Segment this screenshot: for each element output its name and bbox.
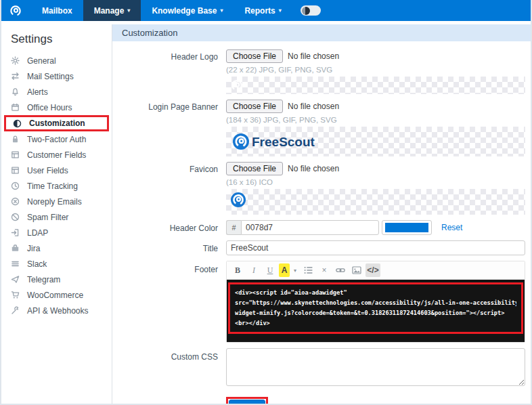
favicon-choose-file-button[interactable]: Choose File: [226, 162, 283, 175]
chevron-down-icon: ▾: [127, 7, 130, 14]
bold-button[interactable]: B: [230, 263, 245, 277]
title-input[interactable]: [226, 240, 525, 255]
footer-row: Footer BIUA▾×</> <div><script id="aioa-a…: [112, 261, 525, 343]
footer-code-line: widget-minify.js?colorcode=&token=&t=0.3…: [235, 308, 516, 318]
save-button[interactable]: Save: [229, 400, 265, 405]
color-caret-button[interactable]: ▾: [291, 263, 299, 277]
nav-item-label: Manage: [94, 6, 125, 16]
login-banner-choose-file-button[interactable]: Choose File: [226, 100, 283, 113]
sidebar-item-label: Mail Settings: [27, 72, 74, 81]
sidebar-item-general[interactable]: General: [1, 53, 112, 68]
freescout-banner-logo: FreeScout: [231, 131, 318, 152]
login-banner-preview: FreeScout: [226, 127, 525, 156]
sidebar-item-user-fields[interactable]: User Fields: [1, 163, 112, 178]
sidebar-item-woocommerce[interactable]: WooCommerce: [1, 287, 112, 303]
save-row: Save: [112, 396, 525, 405]
image-button[interactable]: [349, 263, 364, 277]
nav-item-reports[interactable]: Reports▾: [234, 0, 292, 21]
nav-item-mailbox[interactable]: Mailbox: [31, 0, 83, 21]
header-color-row: Header Color # Reset: [112, 220, 525, 235]
header-logo-white-mark-icon: [229, 78, 244, 93]
sidebar-item-time-tracking[interactable]: Time Tracking: [1, 178, 112, 194]
table-icon: [11, 166, 20, 175]
sidebar-item-two-factor-auth[interactable]: Two-Factor Auth: [1, 131, 112, 147]
nav-item-label: Knowledge Base: [152, 6, 217, 16]
paper-plane-icon: [11, 275, 20, 284]
code-view-button[interactable]: </>: [365, 263, 380, 277]
footer-code-line: <div><script id="aioa-adawidget": [235, 288, 516, 298]
banner-brand-text: FreeScout: [252, 135, 315, 149]
link-button[interactable]: [333, 263, 348, 277]
sidebar-item-spam-filter[interactable]: Spam Filter: [1, 209, 112, 225]
login-banner-file-status: No file chosen: [288, 102, 339, 111]
sidebar-item-telegram[interactable]: Telegram: [1, 272, 112, 287]
font-color-button[interactable]: A: [279, 263, 290, 277]
custom-css-row: Custom CSS: [112, 348, 525, 389]
header-logo-preview: [226, 77, 525, 94]
sidebar-item-customization[interactable]: Customization: [4, 115, 109, 131]
underline-button[interactable]: U: [263, 263, 278, 277]
sidebar-item-alerts[interactable]: Alerts: [1, 84, 112, 100]
color-swatch-box[interactable]: [382, 220, 432, 235]
footer-label: Footer: [112, 261, 226, 343]
freescout-logo-icon[interactable]: [0, 0, 31, 21]
chevron-down-icon: ▾: [279, 7, 282, 14]
reset-color-link[interactable]: Reset: [441, 223, 462, 232]
sidebar-item-label: General: [27, 56, 56, 66]
nav-item-manage[interactable]: Manage▾: [83, 0, 141, 21]
favicon-row: Favicon Choose File No file chosen (16 x…: [112, 162, 525, 215]
footer-code-highlight: <div><script id="aioa-adawidget"src="htt…: [228, 282, 523, 334]
clock-icon: [11, 182, 20, 190]
footer-code-line: src="https://www.skynettechnologies.com/…: [235, 298, 516, 308]
sidebar-item-slack[interactable]: Slack: [1, 256, 112, 272]
login-banner-label: Login Page Banner: [112, 100, 226, 156]
title-row: Title: [112, 240, 525, 255]
favicon-file-status: No file chosen: [288, 164, 339, 173]
sidebar-item-ldap[interactable]: LDAP: [1, 225, 112, 240]
header-logo-file-status: No file chosen: [288, 51, 339, 61]
favicon-preview: [226, 189, 525, 215]
chevron-down-icon: ▾: [220, 7, 223, 14]
favicon-mark-icon: [230, 192, 246, 208]
header-color-label: Header Color: [112, 220, 226, 235]
italic-button[interactable]: I: [246, 263, 261, 277]
hash-prefix: #: [226, 220, 241, 235]
slack-bars-icon: [11, 259, 20, 268]
sidebar-item-label: Noreply Emails: [27, 197, 82, 207]
sidebar-item-customer-fields[interactable]: Customer Fields: [1, 147, 112, 163]
nav-item-knowledge-base[interactable]: Knowledge Base▾: [141, 0, 234, 21]
header-logo-label: Header Logo: [112, 49, 226, 94]
custom-css-textarea[interactable]: [226, 348, 525, 386]
header-logo-choose-file-button[interactable]: Choose File: [226, 49, 283, 63]
sidebar-item-label: Two-Factor Auth: [27, 135, 86, 144]
main-content: Customization Header Logo Choose File No…: [112, 24, 531, 405]
sidebar-item-label: Alerts: [27, 87, 48, 97]
dark-mode-toggle[interactable]: [301, 5, 321, 16]
sidebar-item-noreply-emails[interactable]: Noreply Emails: [1, 194, 112, 209]
header-logo-row: Header Logo Choose File No file chosen (…: [112, 49, 525, 94]
color-swatch: [385, 223, 428, 232]
sidebar-title: Settings: [1, 30, 112, 53]
sidebar-item-label: WooCommerce: [27, 291, 83, 300]
sidebar-item-mail-settings[interactable]: Mail Settings: [1, 68, 112, 84]
sidebar-item-api-webhooks[interactable]: API & Webhooks: [1, 303, 112, 318]
header-color-input[interactable]: [241, 220, 379, 235]
briefcase-icon: [11, 244, 20, 253]
clear-format-button[interactable]: ×: [317, 263, 332, 277]
page-title: Customization: [112, 24, 531, 41]
circle-x-icon: [11, 197, 20, 206]
footer-editor-toolbar: BIUA▾×</>: [227, 261, 525, 280]
footer-code-area[interactable]: <div><script id="aioa-adawidget"src="htt…: [227, 280, 525, 342]
footer-code-line: <br></div>: [235, 318, 516, 328]
sidebar-item-jira[interactable]: Jira: [1, 240, 112, 256]
wrench-icon: [11, 306, 20, 315]
favicon-label: Favicon: [112, 162, 226, 215]
login-banner-row: Login Page Banner Choose File No file ch…: [112, 100, 525, 156]
table-icon: [11, 150, 20, 159]
sidebar-item-office-hours[interactable]: Office Hours: [1, 100, 112, 115]
cart-icon: [11, 291, 20, 299]
freescout-settings-page: MailboxManage▾Knowledge Base▾Reports▾ Se…: [0, 0, 532, 405]
gear-icon: [11, 56, 20, 65]
sidebar-item-label: Customization: [29, 119, 85, 128]
unordered-list-button[interactable]: [301, 263, 315, 277]
